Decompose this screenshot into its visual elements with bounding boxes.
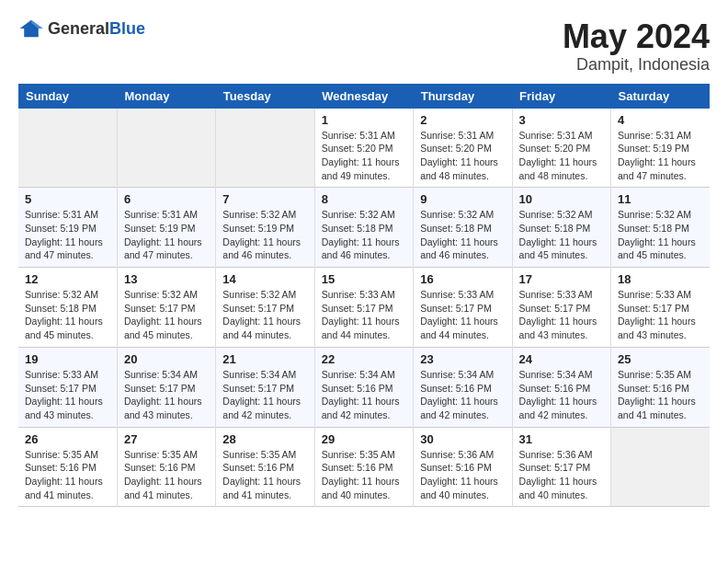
day-info: Sunrise: 5:33 AMSunset: 5:17 PMDaylight:… — [322, 288, 406, 342]
day-info: Sunrise: 5:34 AMSunset: 5:17 PMDaylight:… — [222, 368, 307, 422]
day-info: Sunrise: 5:33 AMSunset: 5:17 PMDaylight:… — [618, 288, 703, 342]
weekday-header-friday: Friday — [512, 84, 610, 109]
day-number: 15 — [322, 272, 406, 286]
day-info: Sunrise: 5:36 AMSunset: 5:17 PMDaylight:… — [519, 448, 604, 502]
calendar-cell: 24Sunrise: 5:34 AMSunset: 5:16 PMDayligh… — [512, 347, 610, 427]
weekday-header-row: SundayMondayTuesdayWednesdayThursdayFrid… — [18, 84, 710, 109]
month-title: May 2024 — [563, 18, 710, 55]
day-number: 13 — [124, 272, 209, 286]
day-info: Sunrise: 5:34 AMSunset: 5:16 PMDaylight:… — [420, 368, 505, 422]
day-number: 25 — [618, 352, 703, 366]
day-info: Sunrise: 5:35 AMSunset: 5:16 PMDaylight:… — [322, 448, 406, 502]
day-info: Sunrise: 5:34 AMSunset: 5:17 PMDaylight:… — [124, 368, 209, 422]
calendar-cell: 26Sunrise: 5:35 AMSunset: 5:16 PMDayligh… — [18, 427, 117, 507]
calendar-cell: 2Sunrise: 5:31 AMSunset: 5:20 PMDaylight… — [414, 109, 512, 188]
calendar-cell: 7Sunrise: 5:32 AMSunset: 5:19 PMDaylight… — [216, 188, 314, 268]
day-number: 1 — [322, 113, 406, 127]
day-number: 24 — [519, 352, 604, 366]
calendar-table: SundayMondayTuesdayWednesdayThursdayFrid… — [18, 84, 710, 508]
calendar-week-3: 12Sunrise: 5:32 AMSunset: 5:18 PMDayligh… — [18, 268, 710, 348]
calendar-week-2: 5Sunrise: 5:31 AMSunset: 5:19 PMDaylight… — [18, 188, 710, 268]
title-area: May 2024 Dampit, Indonesia — [563, 18, 710, 75]
day-number: 31 — [519, 432, 604, 446]
day-info: Sunrise: 5:34 AMSunset: 5:16 PMDaylight:… — [519, 368, 604, 422]
day-info: Sunrise: 5:35 AMSunset: 5:16 PMDaylight:… — [222, 448, 307, 502]
calendar-cell — [611, 427, 710, 507]
calendar-cell: 3Sunrise: 5:31 AMSunset: 5:20 PMDaylight… — [512, 109, 610, 188]
day-number: 9 — [420, 192, 505, 206]
calendar-cell: 28Sunrise: 5:35 AMSunset: 5:16 PMDayligh… — [216, 427, 314, 507]
day-info: Sunrise: 5:31 AMSunset: 5:19 PMDaylight:… — [25, 208, 110, 262]
calendar-cell: 30Sunrise: 5:36 AMSunset: 5:16 PMDayligh… — [414, 427, 512, 507]
day-number: 21 — [222, 352, 307, 366]
logo-general: General — [48, 19, 109, 38]
weekday-header-wednesday: Wednesday — [314, 84, 413, 109]
weekday-header-thursday: Thursday — [414, 84, 512, 109]
calendar-cell: 27Sunrise: 5:35 AMSunset: 5:16 PMDayligh… — [117, 427, 215, 507]
day-info: Sunrise: 5:31 AMSunset: 5:20 PMDaylight:… — [519, 129, 604, 183]
calendar-cell — [18, 109, 117, 188]
day-number: 14 — [222, 272, 307, 286]
day-number: 10 — [519, 192, 604, 206]
day-info: Sunrise: 5:32 AMSunset: 5:18 PMDaylight:… — [322, 208, 406, 262]
calendar-cell: 21Sunrise: 5:34 AMSunset: 5:17 PMDayligh… — [216, 347, 314, 427]
location-title: Dampit, Indonesia — [563, 55, 710, 75]
day-number: 23 — [420, 352, 505, 366]
day-number: 6 — [124, 192, 209, 206]
day-info: Sunrise: 5:32 AMSunset: 5:17 PMDaylight:… — [124, 288, 209, 342]
calendar-cell: 29Sunrise: 5:35 AMSunset: 5:16 PMDayligh… — [314, 427, 413, 507]
calendar-week-4: 19Sunrise: 5:33 AMSunset: 5:17 PMDayligh… — [18, 347, 710, 427]
day-number: 17 — [519, 272, 604, 286]
day-number: 20 — [124, 352, 209, 366]
weekday-header-sunday: Sunday — [18, 84, 117, 109]
day-info: Sunrise: 5:36 AMSunset: 5:16 PMDaylight:… — [420, 448, 505, 502]
day-info: Sunrise: 5:33 AMSunset: 5:17 PMDaylight:… — [420, 288, 505, 342]
day-info: Sunrise: 5:32 AMSunset: 5:18 PMDaylight:… — [618, 208, 703, 262]
calendar-cell: 17Sunrise: 5:33 AMSunset: 5:17 PMDayligh… — [512, 268, 610, 348]
calendar-cell: 19Sunrise: 5:33 AMSunset: 5:17 PMDayligh… — [18, 347, 117, 427]
day-number: 8 — [322, 192, 406, 206]
day-number: 11 — [618, 192, 703, 206]
calendar-cell: 9Sunrise: 5:32 AMSunset: 5:18 PMDaylight… — [414, 188, 512, 268]
day-info: Sunrise: 5:32 AMSunset: 5:18 PMDaylight:… — [420, 208, 505, 262]
calendar-body: 1Sunrise: 5:31 AMSunset: 5:20 PMDaylight… — [18, 109, 710, 507]
day-number: 5 — [25, 192, 110, 206]
day-info: Sunrise: 5:32 AMSunset: 5:17 PMDaylight:… — [222, 288, 307, 342]
calendar-cell: 5Sunrise: 5:31 AMSunset: 5:19 PMDaylight… — [18, 188, 117, 268]
logo-icon — [18, 18, 44, 39]
weekday-header-monday: Monday — [117, 84, 215, 109]
day-number: 19 — [25, 352, 110, 366]
calendar-cell: 18Sunrise: 5:33 AMSunset: 5:17 PMDayligh… — [611, 268, 710, 348]
calendar-cell — [216, 109, 314, 188]
day-number: 28 — [222, 432, 307, 446]
calendar-week-1: 1Sunrise: 5:31 AMSunset: 5:20 PMDaylight… — [18, 109, 710, 188]
day-number: 16 — [420, 272, 505, 286]
day-number: 18 — [618, 272, 703, 286]
logo-text: GeneralBlue — [48, 19, 145, 39]
day-info: Sunrise: 5:33 AMSunset: 5:17 PMDaylight:… — [519, 288, 604, 342]
calendar-cell: 15Sunrise: 5:33 AMSunset: 5:17 PMDayligh… — [314, 268, 413, 348]
calendar-cell: 11Sunrise: 5:32 AMSunset: 5:18 PMDayligh… — [611, 188, 710, 268]
day-info: Sunrise: 5:33 AMSunset: 5:17 PMDaylight:… — [25, 368, 110, 422]
calendar-cell: 23Sunrise: 5:34 AMSunset: 5:16 PMDayligh… — [414, 347, 512, 427]
calendar-cell: 14Sunrise: 5:32 AMSunset: 5:17 PMDayligh… — [216, 268, 314, 348]
logo-blue: Blue — [109, 19, 145, 38]
day-number: 2 — [420, 113, 505, 127]
calendar-cell — [117, 109, 215, 188]
weekday-header-tuesday: Tuesday — [216, 84, 314, 109]
day-info: Sunrise: 5:32 AMSunset: 5:18 PMDaylight:… — [519, 208, 604, 262]
calendar-cell: 13Sunrise: 5:32 AMSunset: 5:17 PMDayligh… — [117, 268, 215, 348]
calendar-cell: 22Sunrise: 5:34 AMSunset: 5:16 PMDayligh… — [314, 347, 413, 427]
day-number: 3 — [519, 113, 604, 127]
day-info: Sunrise: 5:31 AMSunset: 5:19 PMDaylight:… — [124, 208, 209, 262]
calendar-cell: 10Sunrise: 5:32 AMSunset: 5:18 PMDayligh… — [512, 188, 610, 268]
day-info: Sunrise: 5:32 AMSunset: 5:18 PMDaylight:… — [25, 288, 110, 342]
day-number: 22 — [322, 352, 406, 366]
calendar-week-5: 26Sunrise: 5:35 AMSunset: 5:16 PMDayligh… — [18, 427, 710, 507]
day-info: Sunrise: 5:35 AMSunset: 5:16 PMDaylight:… — [25, 448, 110, 502]
day-info: Sunrise: 5:31 AMSunset: 5:20 PMDaylight:… — [322, 129, 406, 183]
day-number: 29 — [322, 432, 406, 446]
day-info: Sunrise: 5:35 AMSunset: 5:16 PMDaylight:… — [124, 448, 209, 502]
day-info: Sunrise: 5:34 AMSunset: 5:16 PMDaylight:… — [322, 368, 406, 422]
day-info: Sunrise: 5:35 AMSunset: 5:16 PMDaylight:… — [618, 368, 703, 422]
